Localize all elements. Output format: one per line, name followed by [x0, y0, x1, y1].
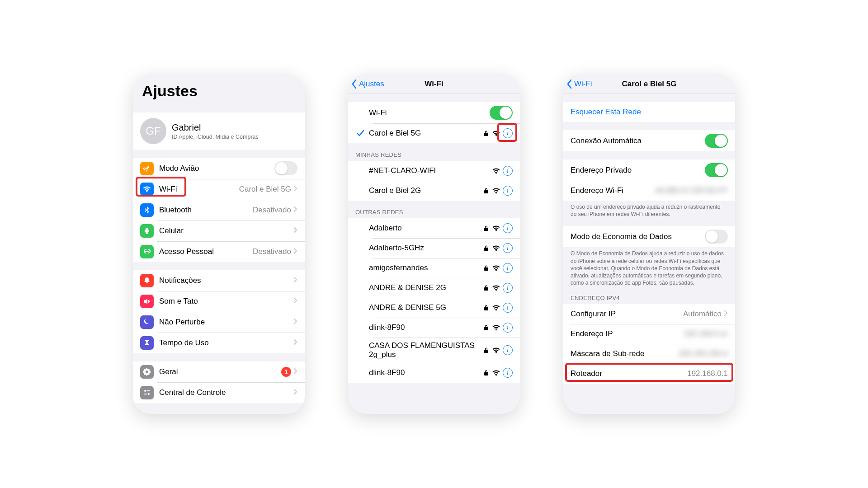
- wifi-signal-icon: [492, 325, 500, 331]
- row-control-center[interactable]: Central de Controle: [133, 382, 305, 403]
- wifi-signal-icon: [492, 285, 500, 291]
- chevron-icon: [294, 368, 297, 376]
- row-connected-network[interactable]: Carol e Biel 5G i: [348, 123, 520, 143]
- row-general[interactable]: Geral 1: [133, 361, 305, 382]
- info-icon[interactable]: i: [503, 283, 513, 293]
- row-bluetooth[interactable]: Bluetooth Desativado: [133, 200, 305, 221]
- profile-sub: ID Apple, iCloud, Mídia e Compras: [172, 134, 259, 140]
- wifi-toggle[interactable]: [490, 106, 513, 120]
- lock-icon: [484, 188, 489, 194]
- info-icon[interactable]: i: [503, 243, 513, 253]
- private-address-toggle[interactable]: [705, 163, 728, 177]
- row-screentime[interactable]: Tempo de Uso: [133, 333, 305, 353]
- network-row[interactable]: Carol e Biel 2Gi: [348, 181, 520, 201]
- airplane-icon: [140, 162, 154, 175]
- info-icon[interactable]: i: [503, 166, 513, 176]
- chevron-icon: [294, 339, 297, 347]
- network-name: dlink-8F90: [369, 368, 480, 377]
- network-name: ANDRE & DENISE 5G: [369, 303, 480, 312]
- lock-icon: [484, 305, 489, 311]
- speaker-icon: [140, 295, 154, 308]
- info-icon[interactable]: i: [503, 368, 513, 378]
- chevron-icon: [294, 277, 297, 285]
- chevron-icon: [294, 185, 297, 193]
- network-row[interactable]: ANDRE & DENISE 5Gi: [348, 298, 520, 318]
- row-auto-join[interactable]: Conexão Automática: [563, 130, 735, 151]
- chevron-icon: [294, 206, 297, 214]
- lock-icon: [484, 225, 489, 231]
- back-button[interactable]: Ajustes: [348, 80, 384, 89]
- phone-wifi-list: Ajustes Wi-Fi Wi-Fi Carol e Biel 5G i: [348, 74, 520, 414]
- info-icon[interactable]: i: [503, 186, 513, 196]
- wifi-address-value: AA:BB:CC:DD:EE:FF: [655, 186, 728, 195]
- row-cellular[interactable]: Celular: [133, 221, 305, 241]
- network-name: #NET-CLARO-WIFI: [369, 166, 489, 175]
- chevron-left-icon: [352, 80, 357, 89]
- nav-bar: Ajustes Wi-Fi: [348, 74, 520, 94]
- hourglass-icon: [140, 336, 154, 350]
- row-ip-address: Endereço IP 192.168.0.xx: [563, 324, 735, 344]
- wifi-signal-icon: [492, 225, 500, 231]
- wifi-icon: [140, 183, 154, 196]
- info-icon[interactable]: i: [503, 303, 513, 313]
- row-wifi[interactable]: Wi-Fi Carol e Biel 5G: [133, 179, 305, 200]
- row-configure-ip[interactable]: Configurar IP Automático: [563, 304, 735, 324]
- gear-icon: [140, 365, 154, 379]
- network-row[interactable]: CASA DOS FLAMENGUISTAS 2g_plusi: [348, 338, 520, 363]
- hotspot-icon: [140, 245, 154, 258]
- bell-icon: [140, 274, 154, 287]
- moon-icon: [140, 315, 154, 329]
- info-icon[interactable]: i: [503, 128, 513, 138]
- network-name: dlink-8F90: [369, 323, 480, 332]
- profile-name: Gabriel: [172, 122, 259, 133]
- wifi-signal-icon: [492, 370, 500, 376]
- chevron-icon: [294, 248, 297, 256]
- chevron-icon: [294, 318, 297, 326]
- profile-row[interactable]: GF Gabriel ID Apple, iCloud, Mídia e Com…: [133, 113, 305, 150]
- phone-settings: Ajustes GF Gabriel ID Apple, iCloud, Míd…: [133, 74, 305, 414]
- row-hotspot[interactable]: Acesso Pessoal Desativado: [133, 241, 305, 262]
- network-name: amigosfernandes: [369, 263, 480, 272]
- subnet-mask-value: 255.255.255.0: [679, 349, 728, 358]
- row-wifi-toggle[interactable]: Wi-Fi: [348, 102, 520, 123]
- lock-icon: [484, 324, 489, 331]
- row-notifications[interactable]: Notificações: [133, 270, 305, 291]
- row-dnd[interactable]: Não Perturbe: [133, 312, 305, 333]
- wifi-signal-icon: [492, 188, 500, 194]
- cellular-icon: [140, 224, 154, 238]
- network-row[interactable]: dlink-8F90i: [348, 363, 520, 383]
- network-row[interactable]: dlink-8F90i: [348, 318, 520, 338]
- low-data-footer: O Modo de Economia de Dados ajuda a redu…: [563, 247, 735, 286]
- info-icon[interactable]: i: [503, 345, 513, 355]
- network-row[interactable]: ANDRE & DENISE 2Gi: [348, 278, 520, 298]
- row-wifi-address: Endereço Wi-Fi AA:BB:CC:DD:EE:FF: [563, 181, 735, 201]
- lock-icon: [484, 285, 489, 291]
- network-row[interactable]: Adalberto-5GHzi: [348, 238, 520, 258]
- row-forget-network[interactable]: Esquecer Esta Rede: [563, 102, 735, 122]
- notification-badge: 1: [281, 367, 291, 377]
- check-icon: [355, 130, 365, 136]
- wifi-signal-icon: [492, 305, 500, 311]
- row-airplane[interactable]: Modo Avião: [133, 158, 305, 179]
- airplane-toggle[interactable]: [274, 161, 297, 175]
- network-row[interactable]: Adalbertoi: [348, 218, 520, 238]
- row-subnet-mask: Máscara de Sub-rede 255.255.255.0: [563, 344, 735, 364]
- info-icon[interactable]: i: [503, 263, 513, 273]
- auto-join-toggle[interactable]: [705, 134, 728, 148]
- chevron-icon: [724, 310, 728, 318]
- network-row[interactable]: #NET-CLARO-WIFIi: [348, 161, 520, 181]
- info-icon[interactable]: i: [503, 223, 513, 233]
- section-my-networks: MINHAS REDES: [348, 151, 520, 161]
- row-low-data-mode[interactable]: Modo de Economia de Dados: [563, 226, 735, 247]
- info-icon[interactable]: i: [503, 323, 513, 333]
- row-private-address[interactable]: Endereço Privado: [563, 160, 735, 181]
- lock-icon: [484, 245, 489, 251]
- row-sound[interactable]: Som e Tato: [133, 291, 305, 312]
- private-address-footer: O uso de um endereço privado ajuda a red…: [563, 201, 735, 218]
- bluetooth-icon: [140, 203, 154, 217]
- chevron-icon: [294, 297, 297, 305]
- network-row[interactable]: amigosfernandesi: [348, 258, 520, 278]
- back-button[interactable]: Wi-Fi: [563, 80, 592, 89]
- chevron-icon: [294, 389, 297, 397]
- low-data-toggle[interactable]: [705, 230, 728, 244]
